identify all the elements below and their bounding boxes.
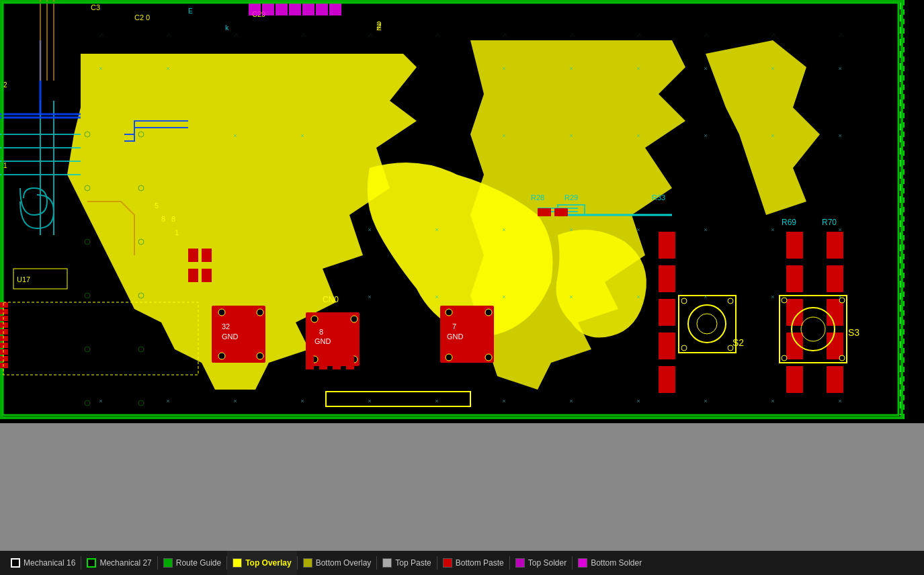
svg-rect-73 <box>659 232 675 259</box>
svg-rect-114 <box>302 3 314 15</box>
layer-swatch-top-solder <box>515 558 525 568</box>
svg-rect-83 <box>827 232 843 259</box>
svg-text:1: 1 <box>175 228 179 236</box>
svg-rect-238 <box>0 329 8 335</box>
svg-text:7: 7 <box>452 322 456 330</box>
svg-rect-128 <box>538 208 551 216</box>
svg-text:C3: C3 <box>91 3 100 11</box>
layer-item-bottom-solder[interactable]: Bottom Solder <box>573 551 647 575</box>
layer-item-top-solder[interactable]: Top Solder <box>510 551 572 575</box>
svg-point-58 <box>311 316 318 322</box>
svg-rect-129 <box>554 208 568 216</box>
svg-point-96 <box>681 345 687 351</box>
svg-point-52 <box>257 309 263 316</box>
svg-text:8: 8 <box>161 215 165 223</box>
svg-rect-115 <box>316 3 328 15</box>
layer-swatch-bottom-solder <box>578 558 587 568</box>
svg-rect-75 <box>659 299 675 326</box>
layer-swatch-route-guide <box>163 558 173 568</box>
svg-text:2: 2 <box>376 19 382 30</box>
pcb-canvas[interactable]: U17 32 GND 8 GND 7 GND <box>0 0 924 423</box>
svg-text:E: E <box>188 7 193 15</box>
svg-text:GND: GND <box>447 333 464 341</box>
svg-rect-77 <box>659 366 675 393</box>
svg-text:GND: GND <box>314 337 331 345</box>
svg-point-59 <box>351 316 358 322</box>
svg-text:R70: R70 <box>822 218 837 227</box>
layer-label-top-overlay: Top Overlay <box>245 558 291 568</box>
svg-point-103 <box>839 298 845 303</box>
svg-text:R69: R69 <box>782 218 796 227</box>
svg-rect-84 <box>827 265 843 292</box>
layer-item-mechanical-16[interactable]: Mechanical 16 <box>5 551 81 575</box>
svg-rect-79 <box>786 265 803 292</box>
svg-text:R28: R28 <box>531 193 544 202</box>
svg-rect-69 <box>306 356 314 369</box>
svg-point-105 <box>839 355 845 361</box>
svg-rect-82 <box>786 366 803 393</box>
layer-label-bottom-solder: Bottom Solder <box>591 558 642 568</box>
layer-label-bottom-overlay: Bottom Overlay <box>316 558 372 568</box>
layer-bar: Mechanical 16 Mechanical 27 Route Guide … <box>0 551 924 575</box>
svg-point-102 <box>782 298 787 303</box>
svg-text:R29: R29 <box>564 193 578 202</box>
layer-swatch-top-paste <box>382 558 392 568</box>
svg-rect-76 <box>659 333 675 359</box>
svg-point-54 <box>257 353 263 359</box>
svg-rect-72 <box>346 356 354 369</box>
layer-swatch-mechanical-27 <box>87 558 96 568</box>
svg-rect-44 <box>188 249 198 262</box>
svg-point-104 <box>782 355 787 361</box>
svg-text:S3: S3 <box>848 327 859 338</box>
svg-rect-46 <box>188 269 198 282</box>
svg-rect-113 <box>289 3 301 15</box>
svg-text:8: 8 <box>171 215 175 223</box>
layer-item-route-guide[interactable]: Route Guide <box>158 551 226 575</box>
svg-text:8: 8 <box>319 328 323 336</box>
svg-text:GND: GND <box>222 333 239 341</box>
layer-swatch-bottom-overlay <box>303 558 312 568</box>
layer-item-bottom-overlay[interactable]: Bottom Overlay <box>298 551 377 575</box>
layer-item-top-overlay[interactable]: Top Overlay <box>227 551 296 575</box>
svg-text:S2: S2 <box>732 337 744 348</box>
svg-rect-111 <box>262 3 274 15</box>
svg-point-66 <box>485 309 492 316</box>
svg-rect-47 <box>202 269 212 282</box>
svg-point-67 <box>446 354 452 361</box>
layer-label-bottom-paste: Bottom Paste <box>456 558 504 568</box>
svg-text:1: 1 <box>3 162 7 169</box>
svg-rect-243 <box>0 363 8 368</box>
svg-text:CN0: CN0 <box>323 295 339 304</box>
layer-label-mechanical-27: Mechanical 27 <box>99 558 151 568</box>
svg-point-68 <box>485 354 492 361</box>
svg-rect-116 <box>329 3 341 15</box>
svg-text:5: 5 <box>155 202 159 210</box>
svg-rect-240 <box>0 343 8 348</box>
layer-swatch-bottom-paste <box>443 558 452 568</box>
layer-item-bottom-paste[interactable]: Bottom Paste <box>437 551 509 575</box>
layer-label-mechanical-16: Mechanical 16 <box>24 558 75 568</box>
svg-rect-235 <box>0 309 8 314</box>
svg-rect-237 <box>0 322 8 328</box>
svg-text:k: k <box>225 24 229 32</box>
svg-rect-45 <box>202 249 212 262</box>
svg-rect-236 <box>0 316 8 321</box>
svg-text:R33: R33 <box>652 193 665 202</box>
svg-point-51 <box>218 309 225 316</box>
svg-rect-70 <box>319 356 327 369</box>
layer-label-top-paste: Top Paste <box>395 558 431 568</box>
svg-rect-239 <box>0 336 8 341</box>
svg-text:U17: U17 <box>17 275 30 283</box>
svg-rect-110 <box>249 3 261 15</box>
gray-area <box>0 423 924 551</box>
svg-rect-78 <box>786 232 803 259</box>
svg-point-94 <box>681 298 687 304</box>
layer-swatch-top-overlay <box>233 558 242 568</box>
layer-label-top-solder: Top Solder <box>528 558 566 568</box>
layer-item-top-paste[interactable]: Top Paste <box>377 551 436 575</box>
svg-text:C2 0: C2 0 <box>134 13 150 21</box>
layer-label-route-guide: Route Guide <box>176 558 221 568</box>
layer-item-mechanical-27[interactable]: Mechanical 27 <box>81 551 157 575</box>
layer-swatch-mechanical-16 <box>11 558 20 568</box>
svg-text:2: 2 <box>3 81 7 89</box>
